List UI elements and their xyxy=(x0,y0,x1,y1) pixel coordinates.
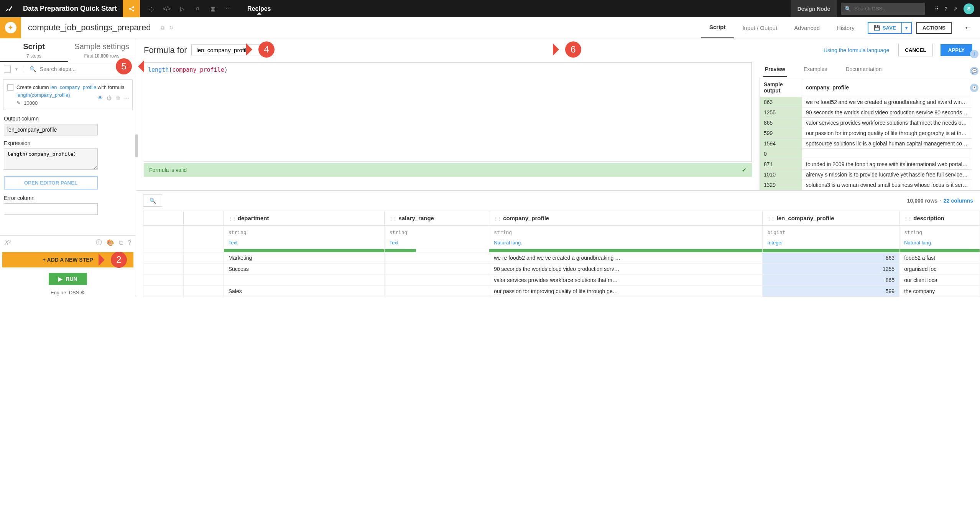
step-actions: 👁 ⏻ 🗑 ⋯ xyxy=(98,95,129,101)
recipe-icon[interactable]: ✦ xyxy=(0,17,21,38)
grid-search-button[interactable]: 🔍 xyxy=(143,195,162,207)
preview-tab-examples[interactable]: Examples xyxy=(802,62,829,77)
save-button[interactable]: 💾SAVE xyxy=(868,22,902,34)
grid-row[interactable]: valor services provides workforce soluti… xyxy=(143,275,980,286)
copy-icon[interactable]: ⧉ xyxy=(161,25,164,31)
preview-row: 863we re food52 and we ve created a grou… xyxy=(760,97,972,107)
grid-cell[interactable]: our passion for improving quality of lif… xyxy=(489,286,763,297)
left-tab-script-sub: 7 steps xyxy=(0,53,68,61)
logo-icon[interactable] xyxy=(0,0,17,17)
grid-info: 10,000 rows·22 columns xyxy=(907,198,973,204)
rail-discuss-icon[interactable]: 💬 xyxy=(970,67,978,75)
grid-row[interactable]: Success90 seconds the worlds cloud video… xyxy=(143,264,980,275)
rail-info-icon[interactable]: i xyxy=(970,50,978,58)
grid-col-dept[interactable]: ⋮⋮department xyxy=(224,211,385,226)
grid-cell[interactable]: the company xyxy=(899,286,980,297)
grid-cell-len[interactable]: 1255 xyxy=(763,264,899,275)
apply-button[interactable]: APPLY xyxy=(941,44,972,56)
grid-row[interactable]: Marketingwe re food52 and we ve created … xyxy=(143,252,980,264)
actions-button[interactable]: ACTIONS xyxy=(916,22,952,34)
grid-cell[interactable]: organised foc xyxy=(899,264,980,275)
more-h-icon[interactable]: ⋯ xyxy=(124,95,129,101)
print-icon[interactable]: ⎙ xyxy=(190,0,205,17)
resize-handle[interactable] xyxy=(135,134,138,157)
project-title[interactable]: Data Preparation Quick Start xyxy=(17,5,123,13)
drag-handle-icon[interactable]: ⋮⋮ xyxy=(1,84,9,89)
grid-cell[interactable]: valor services provides workforce soluti… xyxy=(489,275,763,286)
grid-cell[interactable]: food52 a fast xyxy=(899,252,980,264)
grid-col-len[interactable]: ⋮⋮len_company_profile xyxy=(763,211,899,226)
global-search[interactable]: 🔍 xyxy=(841,3,925,15)
grid-cell[interactable] xyxy=(385,286,489,297)
tab-history[interactable]: History xyxy=(828,17,863,38)
preview-cell-text: airenvy s mission is to provide lucrativ… xyxy=(802,170,972,180)
formula-x-icon[interactable]: X² xyxy=(5,239,11,246)
grid-cell[interactable]: our client loca xyxy=(899,275,980,286)
output-column-input[interactable] xyxy=(4,124,98,135)
help-icon[interactable]: ? xyxy=(944,6,947,12)
engine-label[interactable]: Engine: DSS ⚙ xyxy=(0,288,136,297)
grid-cell[interactable]: Success xyxy=(224,264,385,275)
apps-icon[interactable]: ⠿ xyxy=(935,6,939,12)
search-input[interactable] xyxy=(854,6,921,12)
preview-tab-preview[interactable]: Preview xyxy=(763,62,787,77)
info-icon[interactable]: ⓘ xyxy=(96,239,102,247)
gear-icon[interactable]: ⚙ xyxy=(81,290,85,295)
preview-tab-docs[interactable]: Documentation xyxy=(844,62,883,77)
tab-script[interactable]: Script xyxy=(701,17,734,38)
grid-cell[interactable]: Sales xyxy=(224,286,385,297)
duplicate-icon[interactable]: ⧉ xyxy=(119,239,123,246)
pencil-icon[interactable]: ✎ xyxy=(16,100,21,106)
error-column-input[interactable] xyxy=(4,203,98,215)
trash-icon[interactable]: 🗑 xyxy=(115,95,120,101)
dashboard-icon[interactable]: ▦ xyxy=(205,0,220,17)
power-icon[interactable]: ⏻ xyxy=(107,95,112,101)
grid-cell[interactable]: 90 seconds the worlds cloud video produc… xyxy=(489,264,763,275)
history-icon[interactable]: ↻ xyxy=(169,25,174,31)
grid-row[interactable]: Salesour passion for improving quality o… xyxy=(143,286,980,297)
code-icon[interactable]: </> xyxy=(159,0,174,17)
grid-col-desc[interactable]: ⋮⋮description xyxy=(899,211,980,226)
grid-cell-len[interactable]: 863 xyxy=(763,252,899,264)
help-q-icon[interactable]: ? xyxy=(128,239,131,246)
grid-cell[interactable] xyxy=(385,252,489,264)
tab-advanced[interactable]: Advanced xyxy=(786,17,828,38)
recipes-tab[interactable]: Recipes xyxy=(240,5,278,12)
activity-icon[interactable]: ↗ xyxy=(953,6,958,12)
grid-cell[interactable] xyxy=(385,275,489,286)
open-editor-button[interactable]: OPEN EDITOR PANEL xyxy=(4,176,98,190)
share-button[interactable] xyxy=(123,0,140,17)
cancel-button[interactable]: CANCEL xyxy=(898,44,933,56)
design-node-label[interactable]: Design Node xyxy=(791,0,837,17)
step-card[interactable]: ⋮⋮ Create column len_company_profile wit… xyxy=(3,79,133,110)
palette-icon[interactable]: 🎨 xyxy=(107,239,114,246)
grid-col-profile[interactable]: ⋮⋮company_profile xyxy=(489,211,763,226)
save-dropdown[interactable]: ▾ xyxy=(902,22,912,34)
more-icon[interactable]: ⋯ xyxy=(220,0,236,17)
grid-cell[interactable]: Marketing xyxy=(224,252,385,264)
formula-lang-link[interactable]: Using the formula language xyxy=(824,47,889,53)
eye-icon[interactable]: 👁 xyxy=(98,95,103,101)
grid-cell[interactable] xyxy=(224,275,385,286)
grid-col-salary[interactable]: ⋮⋮salary_range xyxy=(385,211,489,226)
play-outline-icon[interactable]: ▷ xyxy=(174,0,190,17)
grid-cell-len[interactable]: 865 xyxy=(763,275,899,286)
grid-cell[interactable]: we re food52 and we ve created a groundb… xyxy=(489,252,763,264)
left-footer: X² ⓘ 🎨 ⧉ ? xyxy=(0,235,136,250)
preview-cell-num: 1594 xyxy=(760,139,802,149)
preview-row: 125590 seconds the worlds cloud video pr… xyxy=(760,107,972,118)
circle-icon[interactable]: ◌ xyxy=(144,0,159,17)
grid-cell-len[interactable]: 599 xyxy=(763,286,899,297)
grid-cell[interactable] xyxy=(385,264,489,275)
tab-io[interactable]: Input / Output xyxy=(734,17,786,38)
select-dropdown-icon[interactable]: ▼ xyxy=(15,67,18,71)
grid-cols-count[interactable]: 22 columns xyxy=(944,198,973,204)
select-all-checkbox[interactable] xyxy=(4,66,11,73)
expression-textarea[interactable] xyxy=(4,148,98,170)
user-avatar[interactable]: S xyxy=(964,3,974,14)
run-button[interactable]: ▶ RUN xyxy=(49,273,87,285)
back-arrow-icon[interactable]: ← xyxy=(956,23,980,33)
rail-clock-icon[interactable]: 🕐 xyxy=(970,84,978,92)
left-tab-script[interactable]: Script 7 steps xyxy=(0,38,68,62)
formula-code-editor[interactable]: length(company_profile) xyxy=(144,62,752,162)
